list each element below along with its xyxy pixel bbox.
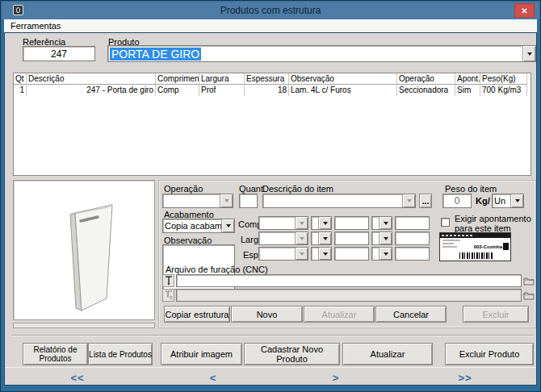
chevron-down-icon[interactable] <box>379 217 392 229</box>
col-qt[interactable]: Qt <box>14 73 27 85</box>
chevron-down-icon[interactable] <box>379 232 392 244</box>
col-espessura[interactable]: Espessura <box>245 73 289 85</box>
lista-produtos-button[interactable]: Lista de Produtos <box>88 343 153 365</box>
cell-operacao: Seccionadora <box>397 85 455 96</box>
cell-qt: 1 <box>14 85 27 96</box>
browse-item-button[interactable]: ... <box>419 194 432 208</box>
comp-op1-combobox[interactable] <box>311 216 332 230</box>
esp-value2-input[interactable] <box>395 247 430 261</box>
comp-value1-input[interactable] <box>334 216 369 230</box>
chevron-down-icon[interactable] <box>510 194 523 207</box>
nav-next-button[interactable]: > <box>271 372 401 384</box>
referencia-input[interactable] <box>23 46 95 61</box>
product-3d-door-image <box>14 181 154 319</box>
checkbox-label-line1: Exigir apontamento <box>455 215 531 223</box>
peso-item-input[interactable] <box>442 194 472 208</box>
larg-value2-input[interactable] <box>395 231 430 245</box>
close-button[interactable]: ✕ <box>514 3 535 18</box>
col-comprimento[interactable]: Comprimento <box>156 73 199 85</box>
larg-op2-combobox[interactable] <box>371 231 392 245</box>
quant-input[interactable] <box>239 194 258 208</box>
esp-op2-combobox[interactable] <box>371 247 392 261</box>
chevron-down-icon[interactable] <box>318 248 331 260</box>
svg-text:B: B <box>170 295 173 300</box>
folder-open-bottom-icon[interactable] <box>522 289 536 301</box>
image-scroll-bar[interactable] <box>13 323 155 328</box>
structure-table: Qt Descrição Comprimento Largura Espessu… <box>13 73 531 176</box>
item-edit-panel: Operação Quant. Descrição do item ... Pe… <box>158 180 536 328</box>
app-icon <box>13 5 23 15</box>
chevron-down-icon[interactable] <box>295 248 308 260</box>
folder-open-top-icon[interactable] <box>522 274 536 286</box>
descricao-item-label: Descrição do item <box>262 184 333 194</box>
larg-value1-input[interactable] <box>334 231 369 245</box>
drill-bottom-icon: B <box>162 289 174 302</box>
chevron-down-icon[interactable] <box>522 46 535 61</box>
comp-op2-combobox[interactable] <box>371 216 392 230</box>
larg-formula-combobox[interactable] <box>258 231 308 245</box>
label-number-square <box>503 243 509 250</box>
cancelar-button[interactable]: Cancelar <box>375 306 447 323</box>
col-descricao[interactable]: Descrição <box>27 73 156 85</box>
exigir-apontamento-checkbox[interactable] <box>441 218 450 227</box>
cadastrar-novo-produto-button[interactable]: Cadastrar Novo Produto <box>244 343 340 365</box>
acabamento-combobox[interactable]: Copia acabamento <box>162 219 235 233</box>
cnc-file-bottom-input[interactable] <box>176 289 522 302</box>
cell-largura: Prof <box>199 85 245 96</box>
col-apont[interactable]: Apont. <box>455 73 480 85</box>
excluir-item-button[interactable]: Excluir <box>463 306 529 323</box>
excluir-produto-button[interactable]: Excluir Produto <box>445 343 534 365</box>
label-preview-image: 003-Cozinha <box>439 232 511 261</box>
novo-button[interactable]: Novo <box>231 306 303 323</box>
chevron-down-icon[interactable] <box>318 217 331 229</box>
chevron-down-icon[interactable] <box>220 194 233 207</box>
title-bar: Produtos com estrutura ✕ <box>2 2 539 19</box>
client-area: Referência Produto PORTA DE GIRO Qt Desc… <box>4 32 537 386</box>
acabamento-value: Copia acabamento <box>163 221 221 231</box>
comp-formula-combobox[interactable] <box>258 216 308 230</box>
atribuir-imagem-button[interactable]: Atribuir imagem <box>161 343 242 365</box>
cell-descricao: 247 - Porta de giro <box>27 85 156 96</box>
atualizar-produto-button[interactable]: Atualizar <box>342 343 433 365</box>
esp-formula-combobox[interactable] <box>258 247 308 261</box>
relatorio-produtos-button[interactable]: Relatório de Produtos <box>23 343 88 365</box>
atualizar-item-button[interactable]: Atualizar <box>304 306 375 323</box>
footer-separator <box>11 335 533 336</box>
cnc-label: Arquivo de furação (CNC) <box>166 265 268 274</box>
col-largura[interactable]: Largura <box>199 73 245 85</box>
col-operacao[interactable]: Operação <box>397 73 455 85</box>
window-title: Produtos com estrutura <box>2 5 539 16</box>
copiar-estrutura-button[interactable]: Copiar estrutura <box>164 306 230 323</box>
label-header-bar <box>440 233 510 238</box>
cell-observacao: Lam. 4L c/ Furos <box>289 85 397 96</box>
chevron-down-icon[interactable] <box>221 219 234 232</box>
col-observacao[interactable]: Observação <box>289 73 397 85</box>
larg-op1-combobox[interactable] <box>311 231 332 245</box>
esp-op1-combobox[interactable] <box>311 247 332 261</box>
chevron-down-icon[interactable] <box>318 232 331 244</box>
table-row[interactable]: 1 247 - Porta de giro Comp Prof 18 Lam. … <box>14 85 531 96</box>
chevron-down-icon[interactable] <box>379 248 392 260</box>
barcode <box>459 252 493 259</box>
app-window: Produtos com estrutura ✕ Ferramentas Ref… <box>0 0 541 392</box>
cnc-file-top-input[interactable] <box>176 274 522 287</box>
chevron-down-icon[interactable] <box>295 232 308 244</box>
chevron-down-icon[interactable] <box>295 217 308 229</box>
nav-last-button[interactable]: >> <box>401 372 530 384</box>
chevron-down-icon[interactable] <box>402 194 415 207</box>
produto-combobox[interactable]: PORTA DE GIRO <box>107 45 536 62</box>
col-peso[interactable]: Peso(Kg) <box>480 73 527 85</box>
operacao-combobox[interactable] <box>162 194 233 208</box>
table-header-row: Qt Descrição Comprimento Largura Espessu… <box>14 73 531 85</box>
unidade-value: Un <box>493 196 510 206</box>
descricao-item-combobox[interactable] <box>262 194 416 208</box>
label-location-text: 003-Cozinha <box>474 244 502 249</box>
comp-value2-input[interactable] <box>395 216 430 230</box>
menu-ferramentas[interactable]: Ferramentas <box>4 21 67 31</box>
menu-bar: Ferramentas <box>4 19 537 32</box>
esp-value1-input[interactable] <box>334 247 369 261</box>
unidade-combobox[interactable]: Un <box>492 194 524 208</box>
nav-first-button[interactable]: << <box>13 372 142 384</box>
nav-prev-button[interactable]: < <box>149 372 278 384</box>
product-image-box <box>13 180 155 320</box>
